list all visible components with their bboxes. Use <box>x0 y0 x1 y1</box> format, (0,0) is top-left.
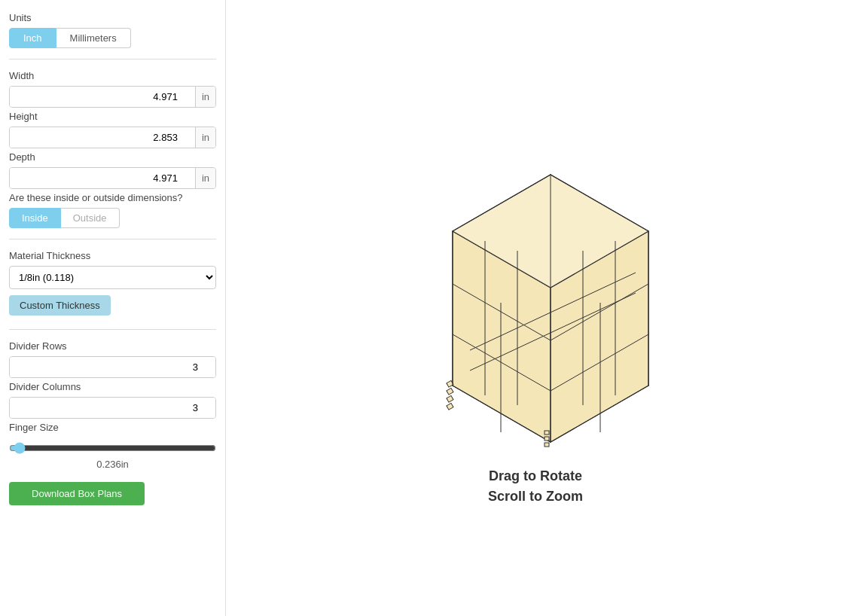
svg-rect-28 <box>545 431 549 435</box>
svg-rect-22 <box>447 403 453 410</box>
divider-1 <box>9 59 216 59</box>
divider-rows-label: Divider Rows <box>9 340 216 352</box>
right-panel: .box-fill { fill: #f5e6b8; stroke: #333;… <box>226 0 845 616</box>
material-select[interactable]: 1/8in (0.118) 1/4in (0.236) 3/8in (0.354… <box>9 266 216 289</box>
height-label: Height <box>9 111 216 122</box>
custom-thickness-button[interactable]: Custom Thickness <box>9 295 111 316</box>
units-label: Units <box>9 12 216 23</box>
box-3d-canvas[interactable]: .box-fill { fill: #f5e6b8; stroke: #333;… <box>347 107 724 453</box>
height-unit: in <box>195 127 215 148</box>
depth-unit: in <box>195 168 215 188</box>
width-label: Width <box>9 70 216 81</box>
drag-hint: Drag to Rotate <box>489 468 582 484</box>
finger-size-value: 0.236in <box>9 459 216 470</box>
divider-3 <box>9 329 216 330</box>
material-label: Material Thickness <box>9 250 216 261</box>
material-select-row: 1/8in (0.118) 1/4in (0.236) 3/8in (0.354… <box>9 266 216 289</box>
dimensions-question: Are these inside or outside dimensions? <box>9 192 216 203</box>
divider-columns-input-row <box>9 397 216 419</box>
depth-label: Depth <box>9 151 216 163</box>
scroll-hint: Scroll to Zoom <box>488 489 583 505</box>
units-toggle-group: Inch Millimeters <box>9 28 216 48</box>
divider-2 <box>9 239 216 239</box>
left-panel: Units Inch Millimeters Width in Height i… <box>0 0 226 616</box>
units-mm-button[interactable]: Millimeters <box>56 28 131 48</box>
width-input[interactable] <box>10 87 195 107</box>
finger-size-label: Finger Size <box>9 422 216 433</box>
dimensions-toggle-group: Inside Outside <box>9 208 216 228</box>
outside-button[interactable]: Outside <box>61 208 120 228</box>
height-input[interactable] <box>10 127 195 148</box>
download-button[interactable]: Download Box Plans <box>9 482 145 505</box>
width-input-row: in <box>9 86 216 108</box>
divider-columns-input[interactable] <box>10 398 215 418</box>
svg-rect-21 <box>447 395 453 402</box>
svg-rect-20 <box>447 388 453 395</box>
units-inch-button[interactable]: Inch <box>9 28 56 48</box>
depth-input[interactable] <box>10 168 195 188</box>
height-input-row: in <box>9 127 216 148</box>
finger-size-slider[interactable] <box>9 442 216 454</box>
depth-input-row: in <box>9 167 216 189</box>
divider-rows-input-row <box>9 356 216 378</box>
svg-rect-29 <box>545 437 549 441</box>
divider-columns-label: Divider Columns <box>9 381 216 392</box>
divider-rows-input[interactable] <box>10 357 215 377</box>
inside-button[interactable]: Inside <box>9 208 61 228</box>
svg-rect-30 <box>545 443 549 447</box>
finger-size-slider-container: 0.236in <box>9 438 216 470</box>
width-unit: in <box>195 87 215 107</box>
